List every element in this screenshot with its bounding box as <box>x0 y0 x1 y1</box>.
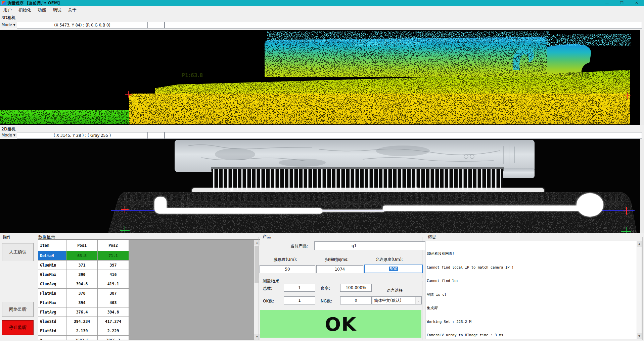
maximize-button[interactable]: ❐ <box>614 0 629 6</box>
table-row[interactable]: FlatStd 2.139 2.229 <box>38 326 129 336</box>
log-lines: 3D相机没有网络! Cannot find local IP to match … <box>427 242 636 339</box>
camera3d-image-panel[interactable]: P1:63.8 P2:71.1 <box>0 30 644 125</box>
table-row[interactable]: FlatMin 370 387 <box>38 289 129 298</box>
chevron-down-icon: ⌄ <box>415 297 421 304</box>
menu-item-init[interactable]: 初始化 <box>15 6 35 14</box>
allow-thickness-label: 允许厚度(Um): <box>375 257 403 263</box>
language-dropdown[interactable]: 简体中文(默认) ⌄ <box>372 296 422 304</box>
log-scrollbar[interactable]: ▲ ▼ <box>637 241 642 339</box>
film-thickness-input[interactable]: 50 <box>260 265 315 273</box>
menu-bar: 用户 初始化 功能 调试 关于 <box>0 6 644 14</box>
menu-item-debug[interactable]: 调试 <box>50 6 65 14</box>
p2-measure-label: P2:71.1 <box>568 72 590 78</box>
ok-count-input[interactable]: 1 <box>284 296 315 304</box>
camera3d-mode-bar: Mode ▼ (X 5473, Y 84) : (R 0,G 0,B 0) <box>0 21 644 29</box>
result-group-title: 测量结果 <box>261 278 281 284</box>
redaction-blob <box>458 277 532 286</box>
camera3d-statusbox-2 <box>148 22 165 29</box>
yield-label: 良率: <box>321 286 330 291</box>
log-line: 3D相机没有网络! <box>427 251 636 256</box>
window-controls: — ❐ ✕ <box>600 0 644 6</box>
table-row[interactable]: GlueAvg 394.8 419.1 <box>38 279 129 289</box>
scan-time-label: 扫描时间ms: <box>325 257 349 263</box>
menu-item-user[interactable]: 用户 <box>0 6 15 14</box>
camera2d-pixel-status: ( X 3145, Y 28 ) : ( Gray 255 ) <box>17 132 148 139</box>
camera2d-image-panel[interactable] <box>0 139 644 233</box>
camera2d-scrollbar[interactable] <box>640 139 644 233</box>
window-title: 测量程序 【当前用户: OEM】 <box>8 1 62 6</box>
menu-item-about[interactable]: 关于 <box>65 6 80 14</box>
ng-count-label: NG数: <box>321 298 332 304</box>
col-header-pos2: Pos2 <box>98 240 129 251</box>
stop-listen-button[interactable]: 停止监听 <box>2 320 34 335</box>
scroll-down-icon[interactable]: ▼ <box>637 333 642 339</box>
application-window: 测量程序 【当前用户: OEM】 — ❐ ✕ 用户 初始化 功能 调试 关于 3… <box>0 0 644 341</box>
camera3d-panel-label: 3D相机 <box>1 15 16 21</box>
camera2d-statusbox-3 <box>165 132 642 139</box>
2d-grayscale-image <box>0 139 644 233</box>
title-bar: 测量程序 【当前用户: OEM】 — ❐ ✕ <box>0 0 644 6</box>
film-thickness-label: 膜厚度(Um): <box>274 257 297 263</box>
camera2d-mode-bar: Mode ▼ ( X 3145, Y 28 ) : ( Gray 255 ) <box>0 131 644 139</box>
chevron-down-icon: ▼ <box>13 23 15 26</box>
network-listen-button[interactable]: 网络监听 <box>2 302 34 317</box>
camera2d-mode-dropdown[interactable]: Mode ▼ <box>1 132 16 138</box>
table-row[interactable]: GlueMax 390 416 <box>38 270 129 279</box>
total-count-input[interactable]: 1 <box>284 284 315 292</box>
3d-heightmap-image: P1:63.8 P2:71.1 <box>0 30 644 125</box>
info-log[interactable]: 3D相机没有网络! Cannot find local IP to match … <box>425 241 642 339</box>
language-select-label: 语言选择 <box>387 288 403 293</box>
p1-measure-label: P1:63.8 <box>181 72 203 78</box>
camera3d-pixel-status: (X 5473, Y 84) : (R 0,G 0,B 0) <box>17 22 148 29</box>
minimize-button[interactable]: — <box>600 0 614 6</box>
col-header-item: Item <box>38 240 66 251</box>
table-row[interactable]: FlatMax 394 403 <box>38 298 129 307</box>
table-row[interactable]: GlueStd 394.234 417.274 <box>38 317 129 326</box>
allow-thickness-input[interactable]: 500 <box>364 265 423 273</box>
camera3d-scrollbar[interactable] <box>640 30 644 125</box>
camera2d-statusbox-2 <box>148 132 165 139</box>
result-status-indicator: OK <box>260 310 421 338</box>
table-header-row: Item Pos1 Pos2 <box>38 240 129 251</box>
redaction-blob <box>445 290 513 303</box>
current-product-label: 当前产品: <box>290 243 308 249</box>
camera3d-mode-dropdown[interactable]: Mode ▼ <box>1 22 16 28</box>
menu-item-function[interactable]: 功能 <box>35 6 50 14</box>
product-group-title: 产品 <box>261 234 272 240</box>
col-header-pos1: Pos1 <box>66 240 98 251</box>
app-icon <box>1 1 6 5</box>
info-group-title: 信息 <box>426 234 438 240</box>
zebra-comb <box>212 169 503 190</box>
log-line: CameraLV array to HImage time : 3 ms <box>427 333 636 338</box>
total-count-label: 总数: <box>263 286 272 291</box>
chevron-down-icon: ▼ <box>13 134 15 137</box>
operation-title: 操作 <box>3 234 11 240</box>
table-row[interactable]: FlatAvg 376.4 394.8 <box>38 307 129 317</box>
scroll-up-icon[interactable]: ▲ <box>637 241 642 247</box>
ng-count-input[interactable]: 0 <box>340 296 372 304</box>
table-row[interactable]: X 2583.5 7966.7 <box>38 336 129 340</box>
data-table[interactable]: Item Pos1 Pos2 DeltaH 63.8 71.1 GlueMin … <box>38 239 260 340</box>
close-button[interactable]: ✕ <box>629 0 644 6</box>
camera3d-statusbox-3 <box>165 22 642 29</box>
ok-count-label: OK数: <box>263 298 274 304</box>
yield-input[interactable]: 100.000% <box>340 284 372 292</box>
log-line: Cannot find local IP to match camera IP … <box>427 265 636 270</box>
manual-confirm-button[interactable]: 人工确认 <box>2 243 34 261</box>
redaction-blob <box>446 315 486 320</box>
scan-time-input[interactable]: 1074 <box>316 265 363 273</box>
table-row[interactable]: GlueMin 371 397 <box>38 261 129 270</box>
table-row[interactable]: DeltaH 63.8 71.1 <box>38 251 129 261</box>
